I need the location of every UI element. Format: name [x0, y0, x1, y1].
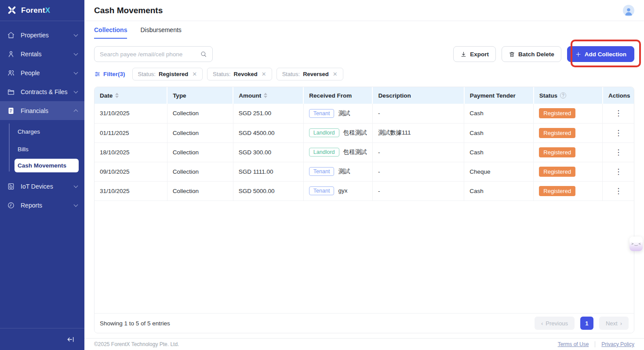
chevron-down-icon — [74, 70, 78, 74]
close-icon[interactable]: ✕ — [262, 71, 266, 77]
kebab-menu-icon[interactable]: ⋮ — [615, 129, 622, 137]
sidebar-item-properties[interactable]: Properties — [0, 26, 84, 44]
toolbar: Export Batch Delete Add Collection — [94, 46, 634, 62]
brand-logo[interactable]: ForentX — [0, 0, 84, 21]
cell-description: - — [372, 162, 464, 181]
status-badge: Registered — [539, 128, 575, 138]
tab-collections[interactable]: Collections — [94, 26, 127, 39]
footer-links: Terms of Use Privacy Policy — [558, 341, 634, 347]
submenu-item-cash-movements[interactable]: Cash Movements — [15, 159, 79, 172]
document-icon — [7, 107, 15, 115]
party-tag: Tenant — [309, 109, 335, 118]
sidebar-item-rentals[interactable]: Rentals — [0, 44, 84, 63]
table-header-row: Date Type Amount Received From Descripti… — [95, 87, 634, 104]
submenu-item-bills[interactable]: Bills — [0, 140, 84, 158]
cell-payment-tender: Cash — [464, 142, 534, 162]
column-header-amount[interactable]: Amount — [233, 87, 303, 104]
cell-description: - — [372, 181, 464, 201]
cell-type: Collection — [167, 162, 233, 181]
sidebar-item-iot-devices[interactable]: IoT Devices — [0, 177, 84, 196]
cell-actions: ⋮ — [603, 123, 634, 142]
batch-delete-button[interactable]: Batch Delete — [502, 46, 561, 62]
cell-received-from: Landlord包租測試 — [303, 123, 372, 142]
cell-actions: ⋮ — [603, 104, 634, 123]
kebab-menu-icon[interactable]: ⋮ — [615, 187, 622, 195]
previous-page-button[interactable]: ‹Previous — [535, 317, 575, 330]
cell-type: Collection — [167, 123, 233, 142]
close-icon[interactable]: ✕ — [333, 71, 338, 77]
filter-bar: Filter(3) Status: Registered ✕ Status: R… — [94, 68, 634, 80]
next-page-button[interactable]: Next› — [599, 317, 629, 330]
kebab-menu-icon[interactable]: ⋮ — [615, 109, 622, 117]
cell-actions: ⋮ — [603, 162, 634, 181]
sidebar-item-financials[interactable]: Financials — [0, 101, 84, 120]
feedback-widget[interactable]: ＞‿＜ — [629, 237, 643, 251]
cell-received-from: Landlord包租測試 — [303, 142, 372, 162]
cell-received-from: Tenant測試 — [303, 162, 372, 181]
filter-button[interactable]: Filter(3) — [94, 71, 125, 77]
user-avatar[interactable] — [623, 5, 634, 16]
cell-payment-tender: Cash — [464, 181, 534, 201]
help-icon[interactable]: ? — [560, 92, 566, 98]
search-icon[interactable] — [200, 51, 207, 58]
tab-disbursements[interactable]: Disbursements — [140, 26, 181, 39]
cell-status: Registered — [534, 104, 603, 123]
column-header-date[interactable]: Date — [95, 87, 167, 104]
privacy-policy-link[interactable]: Privacy Policy — [601, 341, 634, 347]
sort-icon[interactable] — [264, 93, 267, 98]
sidebar-item-label: People — [21, 69, 69, 77]
kebab-menu-icon[interactable]: ⋮ — [615, 148, 622, 157]
sort-icon[interactable] — [115, 93, 119, 98]
cell-amount: SGD 4500.00 — [233, 123, 303, 142]
export-button[interactable]: Export — [453, 46, 496, 62]
widget-face-icon: ＞‿＜ — [630, 241, 641, 247]
cell-description: 測試數據111 — [372, 123, 464, 142]
column-header-payment-tender: Payment Tender — [464, 87, 534, 104]
table-row: 31/10/2025 Collection SGD 251.00 Tenant測… — [95, 104, 634, 123]
sidebar-item-people[interactable]: People — [0, 63, 84, 82]
trash-icon — [509, 51, 515, 58]
sidebar-item-label: Properties — [21, 32, 69, 39]
cell-status: Registered — [534, 181, 603, 201]
chevron-down-icon — [74, 51, 78, 55]
column-header-status: Status? — [534, 87, 603, 104]
download-icon — [460, 51, 467, 58]
cell-payment-tender: Cash — [464, 123, 534, 142]
brand-name: ForentX — [21, 6, 50, 15]
cell-status: Registered — [534, 162, 603, 181]
sidebar-item-label: Contracts & Files — [21, 88, 69, 95]
cell-amount: SGD 1111.00 — [233, 162, 303, 181]
chevron-down-icon — [74, 32, 78, 36]
pagination-bar: Showing 1 to 5 of 5 entries ‹Previous 1 … — [95, 313, 634, 333]
submenu-item-charges[interactable]: Charges — [0, 123, 84, 140]
status-badge: Registered — [539, 167, 575, 177]
brand-x-icon — [7, 6, 17, 15]
cell-date: 31/10/2025 — [95, 181, 167, 201]
sidebar-item-reports[interactable]: Reports — [0, 196, 84, 215]
terms-of-use-link[interactable]: Terms of Use — [558, 341, 589, 347]
page-title: Cash Movements — [94, 6, 163, 15]
folder-icon — [7, 88, 15, 96]
cell-status: Registered — [534, 142, 603, 162]
search-input[interactable] — [100, 51, 196, 58]
divider — [595, 341, 595, 347]
status-badge: Registered — [539, 108, 575, 118]
sidebar: ForentX Properties Rentals People Contra… — [0, 0, 84, 350]
filter-icon — [94, 71, 101, 77]
kebab-menu-icon[interactable]: ⋮ — [615, 168, 622, 176]
chevron-down-icon — [74, 89, 78, 93]
chevron-right-icon: › — [620, 320, 622, 327]
search-box — [94, 46, 213, 62]
home-icon — [7, 31, 15, 39]
column-header-actions: Actions — [603, 87, 634, 104]
device-icon — [7, 182, 15, 190]
close-icon[interactable]: ✕ — [192, 71, 197, 77]
cell-status: Registered — [534, 123, 603, 142]
cell-received-from: Tenant測試 — [303, 104, 372, 123]
table-row: 18/10/2025 Collection SGD 300.00 Landlor… — [95, 142, 634, 162]
collapse-sidebar-icon[interactable] — [67, 335, 75, 343]
column-header-type: Type — [167, 87, 233, 104]
add-collection-button[interactable]: Add Collection — [567, 46, 634, 62]
sidebar-item-contracts-files[interactable]: Contracts & Files — [0, 82, 84, 101]
page-number-button[interactable]: 1 — [580, 317, 593, 330]
